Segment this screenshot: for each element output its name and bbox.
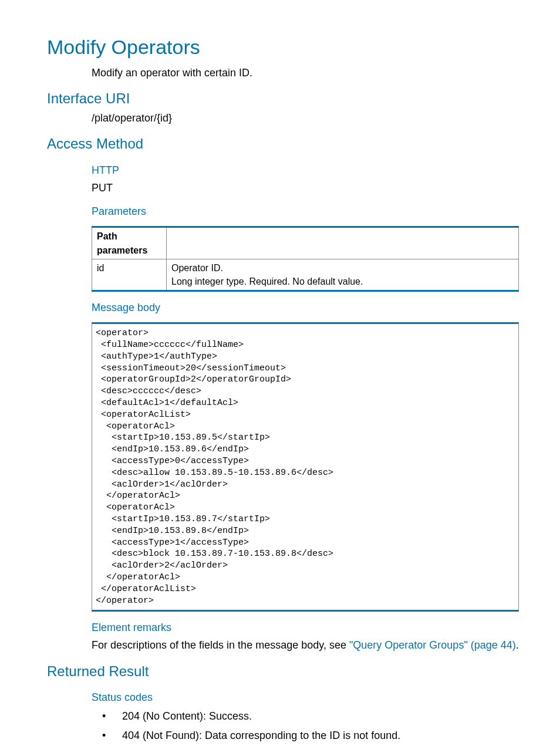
http-label: HTTP	[92, 163, 519, 178]
list-item: 404 (Not Found): Data corresponding to t…	[92, 728, 519, 743]
param-desc: Operator ID. Long integer type. Required…	[167, 259, 519, 291]
param-desc-line1: Operator ID.	[171, 261, 514, 275]
table-header: Path parameters	[92, 227, 167, 259]
http-value: PUT	[92, 180, 519, 195]
table-row: id Operator ID. Long integer type. Requi…	[92, 259, 519, 291]
interface-uri-value: /plat/operator/{id}	[92, 110, 519, 126]
parameters-table: Path parameters id Operator ID. Long int…	[92, 226, 519, 292]
element-remarks-suffix: .	[516, 639, 519, 651]
list-item: 204 (No Content): Success.	[92, 708, 519, 724]
param-desc-line2: Long integer type. Required. No default …	[171, 275, 514, 288]
parameters-label: Parameters	[92, 204, 519, 219]
element-remarks-text: For descriptions of the fields in the me…	[92, 637, 519, 653]
status-item-text: 204 (No Content): Success.	[122, 710, 252, 722]
message-body-code: <operator> <fullName>cccccc</fullName> <…	[92, 322, 519, 612]
returned-result-heading: Returned Result	[47, 661, 519, 682]
param-name: id	[92, 259, 167, 291]
message-body-label: Message body	[92, 300, 519, 315]
access-method-heading: Access Method	[47, 134, 519, 154]
element-remarks-prefix: For descriptions of the fields in the me…	[92, 639, 349, 651]
intro-text: Modify an operator with certain ID.	[92, 65, 519, 80]
interface-uri-heading: Interface URI	[47, 89, 519, 109]
status-codes-label: Status codes	[92, 690, 519, 705]
page-title: Modify Operators	[47, 33, 519, 62]
query-operator-groups-link[interactable]: "Query Operator Groups" (page 44)	[349, 639, 516, 651]
table-header-spacer	[167, 227, 519, 259]
status-codes-list: 204 (No Content): Success. 404 (Not Foun…	[92, 708, 519, 746]
status-item-text: 404 (Not Found): Data corresponding to t…	[122, 730, 400, 741]
element-remarks-label: Element remarks	[92, 620, 519, 635]
